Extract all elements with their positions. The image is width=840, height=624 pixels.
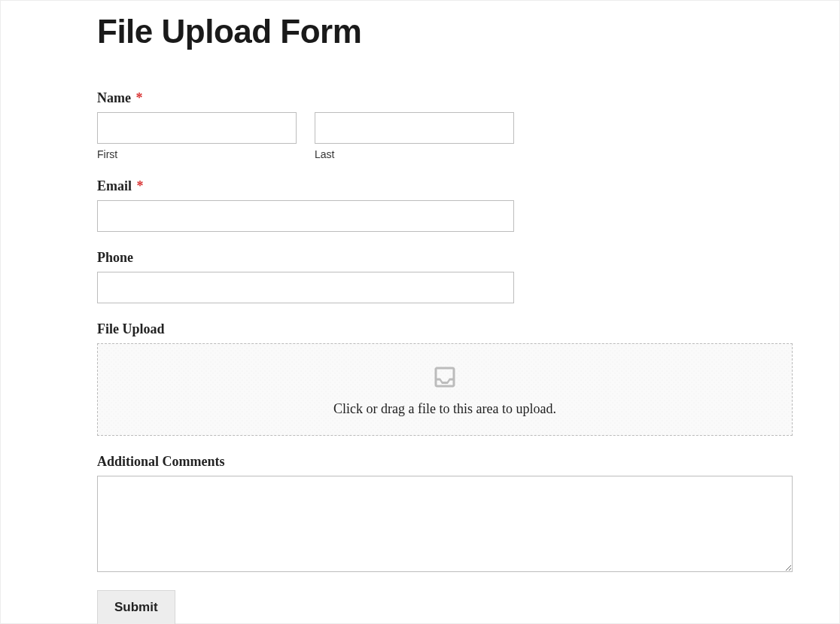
phone-input[interactable]	[97, 272, 514, 303]
form-content: File Upload Form Name * First Last E	[97, 1, 794, 624]
inbox-icon	[105, 364, 784, 391]
required-marker-icon: *	[137, 178, 144, 193]
first-name-input[interactable]	[97, 112, 297, 144]
file-upload-dropzone[interactable]: Click or drag a file to this area to upl…	[97, 343, 793, 436]
last-name-input[interactable]	[315, 112, 514, 144]
label-comments: Additional Comments	[97, 454, 794, 470]
label-phone: Phone	[97, 250, 794, 266]
label-email-text: Email	[97, 178, 132, 193]
field-email: Email *	[97, 178, 794, 232]
name-first-col: First	[97, 112, 297, 160]
field-phone: Phone	[97, 250, 794, 303]
form-title: File Upload Form	[97, 13, 794, 51]
label-file-upload: File Upload	[97, 321, 794, 337]
form-container: File Upload Form Name * First Last E	[0, 0, 840, 624]
last-name-sublabel: Last	[315, 148, 514, 160]
email-input[interactable]	[97, 200, 514, 232]
first-name-sublabel: First	[97, 148, 297, 160]
required-marker-icon: *	[135, 90, 142, 105]
file-upload-drop-text: Click or drag a file to this area to upl…	[105, 401, 784, 417]
label-name-text: Name	[97, 90, 131, 105]
label-email: Email *	[97, 178, 794, 194]
submit-button[interactable]: Submit	[97, 590, 175, 624]
field-comments: Additional Comments	[97, 454, 794, 575]
label-name: Name *	[97, 90, 794, 106]
name-row: First Last	[97, 112, 514, 160]
field-file-upload: File Upload Click or drag a file to this…	[97, 321, 794, 436]
name-last-col: Last	[315, 112, 514, 160]
comments-textarea[interactable]	[97, 476, 793, 572]
field-name: Name * First Last	[97, 90, 794, 160]
